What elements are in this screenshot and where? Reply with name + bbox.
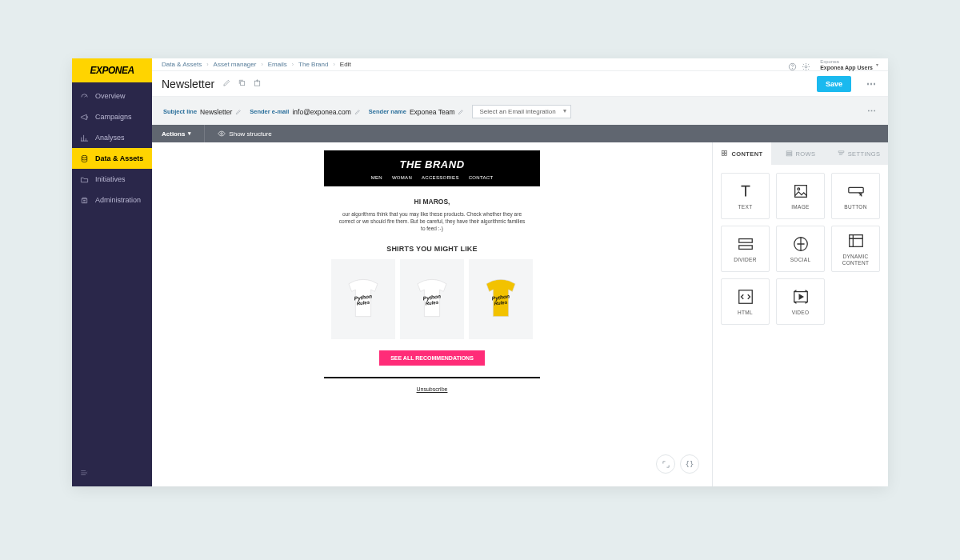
- product-card[interactable]: PythonRules: [469, 259, 533, 339]
- fullscreen-button[interactable]: [656, 454, 675, 474]
- actions-label: Actions: [162, 130, 185, 138]
- sidebar-item-data-assets[interactable]: Data & Assets: [72, 148, 152, 169]
- chevron-right-icon: ›: [333, 62, 334, 67]
- field-sender-email[interactable]: Sender e-mail info@exponea.com: [250, 108, 361, 116]
- breadcrumb-item[interactable]: Asset manager: [214, 61, 257, 68]
- product-card[interactable]: PythonRules: [400, 259, 464, 339]
- sidebar-item-label: Campaigns: [95, 113, 132, 121]
- svg-rect-19: [786, 154, 792, 156]
- block-video[interactable]: VIDEO: [776, 278, 825, 325]
- sidebar-item-label: Data & Assets: [95, 154, 143, 162]
- rename-icon[interactable]: [222, 78, 231, 89]
- svg-rect-16: [725, 153, 727, 155]
- breadcrumb-item[interactable]: Emails: [268, 61, 287, 68]
- unsubscribe-link[interactable]: Unsubscribe: [324, 386, 540, 392]
- help-icon[interactable]: [788, 60, 797, 69]
- breadcrumb-item[interactable]: Data & Assets: [162, 61, 202, 68]
- product-row: PythonRulesPythonRulesPythonRules: [324, 259, 540, 339]
- subject-more[interactable]: ⋯: [867, 106, 877, 117]
- panel-tab-settings[interactable]: SETTINGS: [830, 142, 888, 165]
- sidebar-item-label: Initiatives: [95, 175, 126, 183]
- tab-icon: [786, 150, 793, 158]
- block-divider[interactable]: DIVIDER: [721, 226, 770, 272]
- block-label: SOCIAL: [790, 257, 811, 263]
- product-card[interactable]: PythonRules: [331, 259, 395, 339]
- actions-dropdown[interactable]: Actions▾: [162, 130, 191, 138]
- email-header: THE BRAND MENWOMANACCESSORIESCONTACT: [324, 150, 540, 186]
- svg-rect-24: [738, 238, 752, 242]
- social-icon: [792, 235, 810, 253]
- value-sender-email: info@exponea.com: [292, 108, 350, 116]
- email-nav-item[interactable]: MEN: [371, 175, 382, 180]
- svg-rect-14: [725, 150, 727, 153]
- settings-icon[interactable]: [802, 60, 810, 69]
- svg-point-22: [797, 187, 799, 190]
- canvas-action-bar: Actions▾ Show structure: [152, 125, 888, 142]
- more-menu[interactable]: ⋯: [864, 77, 878, 91]
- block-label: BUTTON: [844, 204, 866, 210]
- block-label: IMAGE: [791, 204, 809, 210]
- svg-rect-15: [722, 153, 725, 155]
- block-image[interactable]: IMAGE: [776, 173, 825, 219]
- show-structure-toggle[interactable]: Show structure: [218, 130, 271, 138]
- breadcrumb-bar: Data & Assets›Asset manager›Emails›The B…: [152, 58, 888, 71]
- canvas-float-buttons: {}: [656, 454, 699, 474]
- svg-rect-4: [241, 82, 245, 86]
- sidebar-item-label: Overview: [95, 92, 126, 100]
- code-view-button[interactable]: {}: [680, 454, 699, 474]
- button-icon: [847, 182, 865, 200]
- pencil-icon: [354, 109, 361, 115]
- svg-rect-18: [786, 153, 792, 154]
- block-label: TEXT: [738, 204, 753, 210]
- account-switcher[interactable]: Exponea Exponea App Users ▾: [820, 58, 878, 71]
- sidebar-item-label: Administration: [95, 196, 141, 204]
- block-button[interactable]: BUTTON: [831, 173, 880, 219]
- block-html[interactable]: HTML: [721, 278, 770, 325]
- block-text[interactable]: TEXT: [721, 173, 770, 219]
- email-nav-item[interactable]: ACCESSORIES: [422, 175, 459, 180]
- title-actions: [222, 78, 262, 89]
- email-section-title: SHIRTS YOU MIGHT LIKE: [324, 245, 540, 253]
- email-nav-item[interactable]: CONTACT: [469, 175, 494, 180]
- sidebar-item-campaigns[interactable]: Campaigns: [72, 106, 152, 127]
- email-canvas[interactable]: THE BRAND MENWOMANACCESSORIESCONTACT HI …: [152, 142, 712, 486]
- email-greeting: HI MAROS,: [324, 198, 540, 206]
- email-cta-button[interactable]: SEE ALL RECOMMENDATIONS: [379, 350, 485, 366]
- chevron-right-icon: ›: [261, 62, 262, 67]
- panel-tab-rows[interactable]: ROWS: [771, 142, 830, 165]
- svg-rect-27: [849, 234, 862, 246]
- svg-rect-20: [838, 150, 844, 152]
- export-icon[interactable]: [253, 78, 262, 89]
- data-icon: [80, 154, 89, 163]
- email-preview: THE BRAND MENWOMANACCESSORIESCONTACT HI …: [324, 150, 540, 392]
- sidebar-item-administration[interactable]: Administration: [72, 190, 152, 210]
- brand-logo[interactable]: EXPONEA: [72, 58, 152, 82]
- label-subject: Subject line: [163, 108, 197, 115]
- folder-icon: [80, 175, 89, 184]
- tab-label: SETTINGS: [848, 150, 881, 158]
- sidebar-collapse[interactable]: [72, 459, 152, 486]
- duplicate-icon[interactable]: [238, 78, 246, 89]
- text-icon: [737, 182, 754, 200]
- sidebar-item-overview[interactable]: Overview: [72, 86, 152, 106]
- block-label: HTML: [738, 310, 753, 316]
- integration-select[interactable]: Select an Email integration: [472, 105, 570, 118]
- save-button[interactable]: Save: [817, 76, 851, 92]
- chart-icon: [80, 134, 89, 142]
- sidebar-item-initiatives[interactable]: Initiatives: [72, 169, 152, 190]
- email-paragraph: our algorithms think that you may like t…: [324, 210, 540, 232]
- svg-rect-21: [794, 185, 806, 197]
- block-social[interactable]: SOCIAL: [776, 226, 825, 272]
- sidebar-item-analyses[interactable]: Analyses: [72, 127, 152, 148]
- email-nav-item[interactable]: WOMAN: [392, 175, 412, 180]
- field-subject-line[interactable]: Subject line Newsletter: [163, 108, 242, 116]
- label-sender-email: Sender e-mail: [250, 108, 289, 115]
- panel-tab-content[interactable]: CONTENT: [713, 142, 771, 165]
- block-dynamic[interactable]: DYNAMIC CONTENT: [831, 226, 880, 272]
- svg-rect-23: [848, 187, 862, 192]
- field-sender-name[interactable]: Sender name Exponea Team: [369, 108, 465, 116]
- block-label: DIVIDER: [734, 257, 756, 263]
- editor-panel: CONTENTROWSSETTINGS TEXTIMAGEBUTTONDIVID…: [712, 142, 888, 486]
- value-sender-name: Exponea Team: [410, 108, 455, 116]
- breadcrumb-item[interactable]: The Brand: [298, 61, 328, 68]
